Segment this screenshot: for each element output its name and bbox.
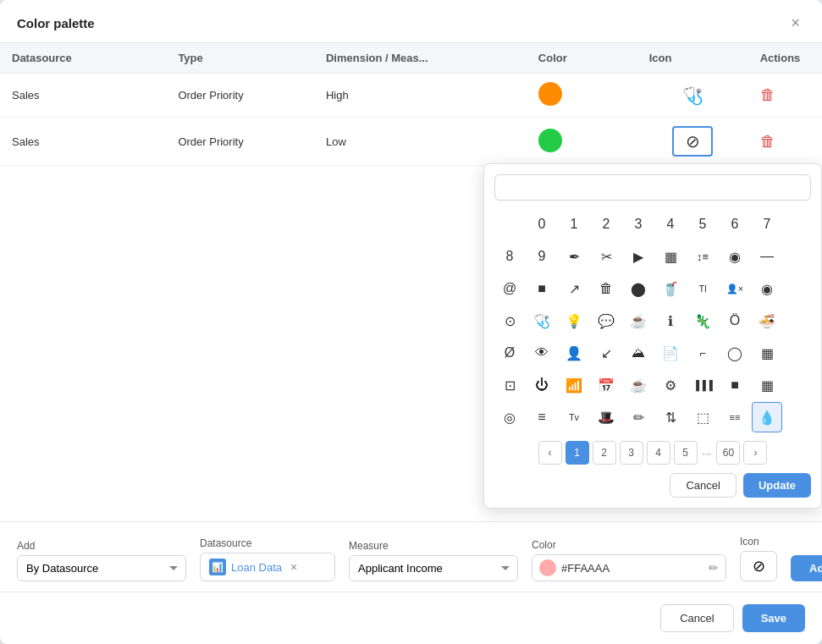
icon-3[interactable]: 3	[623, 209, 654, 239]
icon-pen[interactable]: ✒	[559, 241, 589, 272]
icon-bars[interactable]: ▐▐▐	[687, 370, 718, 400]
page-next-button[interactable]: ›	[743, 441, 767, 465]
add-entry-button[interactable]: Add	[791, 555, 822, 581]
icon-frame[interactable]: ⬚	[687, 402, 718, 432]
icon-pulse[interactable]: ⌐	[687, 338, 718, 368]
icon-stethoscope[interactable]: 🩺	[527, 305, 557, 336]
icon-person[interactable]: 👤	[559, 338, 589, 368]
icon-arrow-sw[interactable]: ↙	[591, 338, 621, 368]
icon-0[interactable]: 0	[527, 209, 557, 239]
icon-o-uml[interactable]: Ö	[720, 305, 750, 336]
icon-empty[interactable]	[494, 209, 525, 239]
table-header-row: Datasource Type Dimension / Meas... Colo…	[0, 43, 822, 74]
icon-at[interactable]: @	[494, 273, 525, 304]
icon-6[interactable]: 6	[720, 209, 750, 239]
col-header-color: Color	[527, 43, 637, 74]
icon-calendar[interactable]: 📅	[591, 370, 621, 400]
icon-hat[interactable]: 🎩	[591, 402, 621, 432]
icon-noodle[interactable]: 🍜	[752, 305, 782, 336]
icon-selector-button[interactable]: ⊘	[740, 551, 777, 581]
stethoscope-icon[interactable]: 🩺	[682, 85, 703, 106]
icon-1[interactable]: 1	[559, 209, 589, 239]
icon-4[interactable]: 4	[655, 209, 686, 239]
icon-pencil[interactable]: ✏	[623, 402, 654, 432]
icon-updown[interactable]: ↕≡	[687, 241, 718, 272]
icon-square[interactable]: ■	[527, 273, 557, 304]
footer-cancel-button[interactable]: Cancel	[660, 604, 733, 632]
icon-square2[interactable]: ■	[720, 370, 750, 400]
icon-animal[interactable]: 🦎	[687, 305, 718, 336]
icon-user-remove[interactable]: 👤×	[720, 273, 750, 304]
page-3-button[interactable]: 3	[620, 441, 643, 465]
page-60-button[interactable]: 60	[716, 441, 740, 465]
icon-coffee[interactable]: ☕	[623, 305, 654, 336]
icon-circle[interactable]: ⬤	[623, 273, 654, 304]
icon-7[interactable]: 7	[752, 209, 782, 239]
color-swatch-green[interactable]	[538, 129, 562, 152]
icon-record[interactable]: ◉	[720, 241, 750, 272]
icon-ring[interactable]: ◉	[752, 273, 782, 304]
icon-oval[interactable]: ◯	[720, 338, 750, 368]
icon-grid3[interactable]: ▦	[752, 338, 782, 368]
icon-text[interactable]: Tl	[687, 273, 718, 304]
color-edit-button[interactable]: ✏	[709, 561, 719, 575]
color-input-group[interactable]: ✏	[532, 554, 726, 581]
icon-mountain[interactable]: ⛰	[623, 338, 654, 368]
icon-scissors[interactable]: ✂	[591, 241, 621, 272]
icon-chat[interactable]: 💬	[591, 305, 621, 336]
page-prev-button[interactable]: ‹	[538, 441, 562, 465]
icon-tv[interactable]: Tv	[559, 402, 589, 432]
icon-9[interactable]: 9	[527, 241, 557, 272]
page-5-button[interactable]: 5	[674, 441, 698, 465]
icon-sun[interactable]: ◎	[494, 402, 525, 432]
icon-cup2[interactable]: ☕	[623, 370, 654, 400]
icon-doc[interactable]: 📄	[655, 338, 686, 368]
icon-dash[interactable]: —	[752, 241, 782, 272]
icon-drop[interactable]: 💧	[752, 402, 782, 432]
icon-2[interactable]: 2	[591, 209, 621, 239]
add-by-select[interactable]: By Datasource	[17, 555, 186, 581]
delete-row-2-button[interactable]: 🗑	[760, 133, 775, 151]
icon-wifi[interactable]: 📶	[559, 370, 589, 400]
icon-grid2[interactable]: ▦	[655, 241, 686, 272]
icon-8[interactable]: 8	[494, 241, 525, 272]
icon-play[interactable]: ▶	[623, 241, 654, 272]
icon-cup[interactable]: 🥤	[655, 273, 686, 304]
icon-arrow-ne[interactable]: ↗	[559, 273, 589, 304]
add-button-group: Add	[791, 555, 822, 581]
icon-grid4[interactable]: ▦	[752, 370, 782, 400]
icon-info[interactable]: ℹ	[655, 305, 686, 336]
page-1-button[interactable]: 1	[565, 441, 589, 465]
add-label: Add	[17, 540, 186, 552]
delete-row-1-button[interactable]: 🗑	[760, 86, 775, 104]
color-hex-input[interactable]	[561, 562, 703, 575]
icon-box2[interactable]: ⊡	[494, 370, 525, 400]
icon-target[interactable]: ⊙	[494, 305, 525, 336]
icon-lines[interactable]: ≡	[527, 402, 557, 432]
icon-power[interactable]: ⏻	[527, 370, 557, 400]
icon-bulb[interactable]: 💡	[559, 305, 589, 336]
add-form: Add By Datasource Datasource 📊 Loan Data…	[0, 521, 822, 592]
icon-eye[interactable]: 👁	[527, 338, 557, 368]
icon-5[interactable]: 5	[687, 209, 718, 239]
icon-theta[interactable]: Ø	[494, 338, 525, 368]
ban-icon-selected[interactable]: ⊘	[672, 126, 713, 157]
color-swatch-orange[interactable]	[538, 82, 562, 106]
icon-sort[interactable]: ⇅	[655, 402, 686, 432]
footer-save-button[interactable]: Save	[742, 604, 805, 632]
table-row: Sales Order Priority High 🩺 🗑	[0, 74, 822, 118]
icon-picker-cancel-button[interactable]: Cancel	[670, 473, 736, 498]
datasource-remove-button[interactable]: ×	[290, 560, 297, 574]
close-button[interactable]: ×	[786, 14, 805, 32]
page-2-button[interactable]: 2	[593, 441, 616, 465]
page-4-button[interactable]: 4	[647, 441, 670, 465]
icon-search-input[interactable]	[494, 174, 811, 201]
icon-trash[interactable]: 🗑	[591, 273, 621, 304]
measure-group: Measure Applicant Income	[349, 540, 518, 581]
icon-picker-update-button[interactable]: Update	[743, 473, 811, 498]
cell-dimension: Low	[314, 118, 527, 166]
add-by-group: Add By Datasource	[17, 540, 186, 581]
icon-gear[interactable]: ⚙	[655, 370, 686, 400]
icon-lines2[interactable]: ≡≡	[720, 402, 750, 432]
measure-select[interactable]: Applicant Income	[349, 555, 518, 581]
